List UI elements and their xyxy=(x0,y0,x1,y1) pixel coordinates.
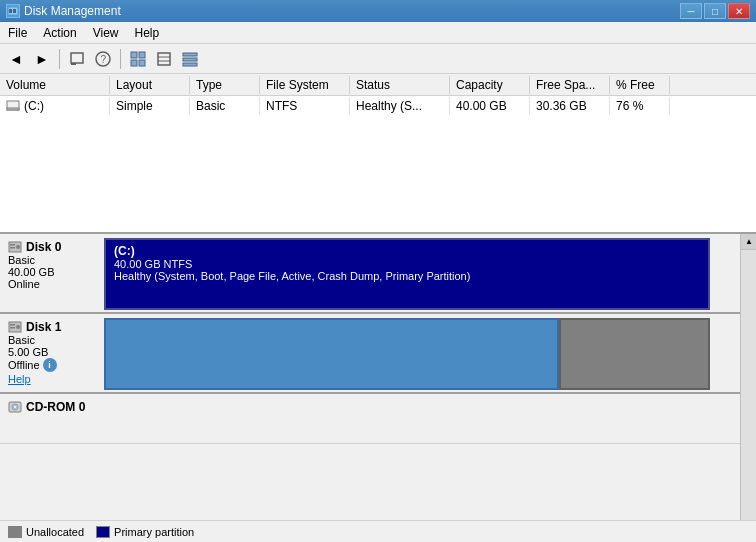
header-volume[interactable]: Volume xyxy=(0,76,110,94)
svg-rect-3 xyxy=(71,53,83,63)
maximize-button[interactable]: □ xyxy=(704,3,726,19)
svg-rect-14 xyxy=(183,53,197,56)
cdrom0-name: CD-ROM 0 xyxy=(8,400,92,414)
disk0-row: Disk 0 Basic 40.00 GB Online (C:) 40.00 … xyxy=(0,234,740,314)
cell-freepct: 76 % xyxy=(610,97,670,115)
disk1-icon xyxy=(8,321,22,333)
volume-table: Volume Layout Type File System Status Ca… xyxy=(0,74,756,234)
menu-bar: File Action View Help xyxy=(0,22,756,44)
cell-filesystem: NTFS xyxy=(260,97,350,115)
title-bar: Disk Management ─ □ ✕ xyxy=(0,0,756,22)
window-title: Disk Management xyxy=(24,4,121,18)
toolbar-separator-1 xyxy=(59,49,60,69)
legend-unallocated-label: Unallocated xyxy=(26,526,84,538)
header-capacity[interactable]: Capacity xyxy=(450,76,530,94)
cell-capacity: 40.00 GB xyxy=(450,97,530,115)
toolbar: ◄ ► ? xyxy=(0,44,756,74)
svg-rect-11 xyxy=(158,53,170,65)
svg-point-24 xyxy=(16,325,20,329)
svg-rect-22 xyxy=(10,247,15,249)
disk0-type: Basic xyxy=(8,254,92,266)
header-layout[interactable]: Layout xyxy=(110,76,190,94)
disk0-name: Disk 0 xyxy=(8,240,92,254)
minimize-button[interactable]: ─ xyxy=(680,3,702,19)
toolbar-separator-2 xyxy=(120,49,121,69)
svg-rect-10 xyxy=(139,60,145,66)
disk0-status: Online xyxy=(8,278,92,290)
disk1-name: Disk 1 xyxy=(8,320,92,334)
toolbar-btn7[interactable] xyxy=(178,47,202,71)
header-status[interactable]: Status xyxy=(350,76,450,94)
vertical-scrollbar[interactable]: ▲ ▼ xyxy=(740,234,756,542)
cell-status: Healthy (S... xyxy=(350,97,450,115)
main-area: Volume Layout Type File System Status Ca… xyxy=(0,74,756,542)
disk0-content: (C:) 40.00 GB NTFS Healthy (System, Boot… xyxy=(104,238,710,308)
svg-rect-25 xyxy=(10,324,15,326)
cdrom0-row: CD-ROM 0 xyxy=(0,394,740,444)
volume-icon xyxy=(6,99,20,113)
toolbar-btn5[interactable] xyxy=(126,47,150,71)
disk1-status-line: Offline i xyxy=(8,358,92,372)
disk1-row: Disk 1 Basic 5.00 GB Offline i Help xyxy=(0,314,740,394)
disk1-partition[interactable] xyxy=(104,318,559,390)
svg-rect-4 xyxy=(71,63,76,65)
menu-action[interactable]: Action xyxy=(35,24,84,42)
disk0-partition[interactable]: (C:) 40.00 GB NTFS Healthy (System, Boot… xyxy=(104,238,710,310)
svg-point-29 xyxy=(14,406,16,408)
disk1-unallocated[interactable] xyxy=(559,318,711,390)
disk1-status: Offline xyxy=(8,359,40,371)
disk0-size: 40.00 GB xyxy=(8,266,92,278)
disk0-label: Disk 0 Basic 40.00 GB Online xyxy=(0,234,100,312)
svg-text:?: ? xyxy=(101,54,107,65)
disk0-vol-name: (C:) xyxy=(114,244,700,258)
up-button[interactable] xyxy=(65,47,89,71)
header-type[interactable]: Type xyxy=(190,76,260,94)
cdrom0-content xyxy=(104,398,710,439)
svg-rect-8 xyxy=(139,52,145,58)
disk1-label: Disk 1 Basic 5.00 GB Offline i Help xyxy=(0,314,100,392)
disk1-info-icon[interactable]: i xyxy=(43,358,57,372)
svg-point-20 xyxy=(16,245,20,249)
menu-file[interactable]: File xyxy=(0,24,35,42)
legend-primary: Primary partition xyxy=(96,526,194,538)
help-button[interactable]: ? xyxy=(91,47,115,71)
disk-area: Disk 0 Basic 40.00 GB Online (C:) 40.00 … xyxy=(0,234,756,542)
toolbar-btn6[interactable] xyxy=(152,47,176,71)
menu-help[interactable]: Help xyxy=(127,24,168,42)
cell-layout: Simple xyxy=(110,97,190,115)
disk0-vol-size: 40.00 GB NTFS xyxy=(114,258,700,270)
disk-area-inner: Disk 0 Basic 40.00 GB Online (C:) 40.00 … xyxy=(0,234,756,444)
cdrom0-icon xyxy=(8,401,22,413)
disk1-content xyxy=(104,318,710,388)
table-row[interactable]: (C:) Simple Basic NTFS Healthy (S... 40.… xyxy=(0,96,756,116)
disk1-type: Basic xyxy=(8,334,92,346)
legend-unallocated-box xyxy=(8,526,22,538)
title-bar-left: Disk Management xyxy=(6,4,121,18)
app-icon xyxy=(6,4,20,18)
svg-rect-15 xyxy=(183,58,197,61)
disk1-size: 5.00 GB xyxy=(8,346,92,358)
cell-volume: (C:) xyxy=(0,97,110,115)
legend-bar: Unallocated Primary partition xyxy=(0,520,756,542)
cell-freespace: 30.36 GB xyxy=(530,97,610,115)
header-freepct[interactable]: % Free xyxy=(610,76,670,94)
svg-rect-1 xyxy=(9,9,12,13)
back-button[interactable]: ◄ xyxy=(4,47,28,71)
forward-button[interactable]: ► xyxy=(30,47,54,71)
disk0-vol-status: Healthy (System, Boot, Page File, Active… xyxy=(114,270,700,282)
header-filesystem[interactable]: File System xyxy=(260,76,350,94)
header-freespace[interactable]: Free Spa... xyxy=(530,76,610,94)
svg-rect-18 xyxy=(7,108,19,110)
svg-rect-26 xyxy=(10,327,15,329)
close-button[interactable]: ✕ xyxy=(728,3,750,19)
cell-type: Basic xyxy=(190,97,260,115)
svg-rect-9 xyxy=(131,60,137,66)
table-header: Volume Layout Type File System Status Ca… xyxy=(0,74,756,96)
svg-rect-2 xyxy=(13,9,16,13)
scroll-up-button[interactable]: ▲ xyxy=(741,234,756,250)
menu-view[interactable]: View xyxy=(85,24,127,42)
legend-primary-label: Primary partition xyxy=(114,526,194,538)
cdrom0-label: CD-ROM 0 xyxy=(0,394,100,443)
window-controls: ─ □ ✕ xyxy=(680,3,750,19)
disk1-help-link[interactable]: Help xyxy=(8,372,92,386)
